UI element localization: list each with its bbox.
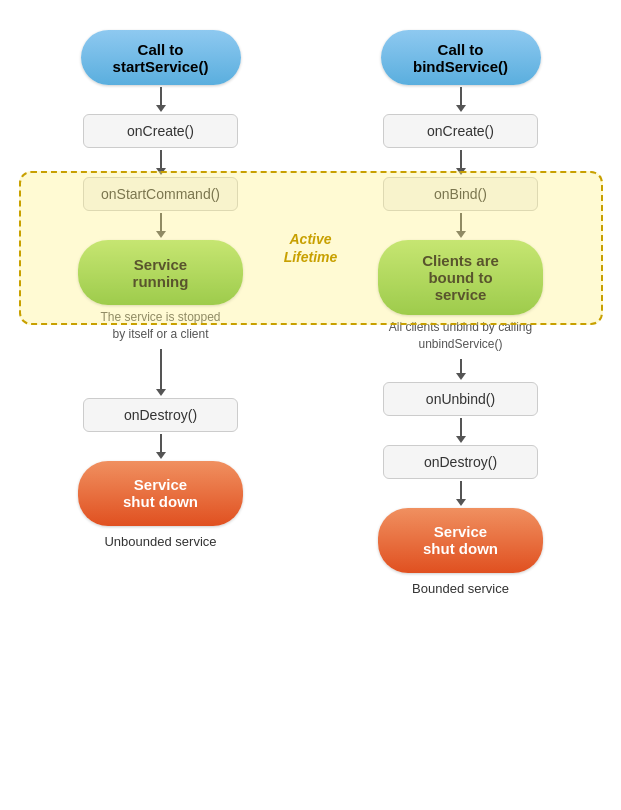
left-ondestroy: onDestroy() [83,398,238,432]
diagram-container: ActiveLifetime Call tostartService() onC… [11,20,611,596]
arrow-1-right [456,87,466,112]
right-oncreate: onCreate() [383,114,538,148]
right-onbind: onBind() [383,177,538,211]
two-columns: ActiveLifetime Call tostartService() onC… [11,30,611,596]
right-top-node: Call tobindService() [381,30,541,85]
right-onunbind: onUnbind() [383,382,538,416]
left-column: Call tostartService() onCreate() onStart… [51,30,271,549]
arrow-3-left [156,213,166,238]
right-column: Call tobindService() onCreate() onBind() [351,30,571,596]
right-desc: All clients unbind by callingunbindServi… [376,319,546,353]
arrow-2-left [156,150,166,175]
left-desc: The service is stoppedby itself or a cli… [76,309,246,343]
arrow-2-right [456,150,466,175]
left-footer-label: Unbounded service [104,534,216,549]
arrow-4-left [156,349,166,396]
arrow-1-left [156,87,166,112]
right-footer-label: Bounded service [412,581,509,596]
arrow-5-right [456,418,466,443]
right-service-shutdown: Serviceshut down [378,508,543,573]
right-ondestroy: onDestroy() [383,445,538,479]
left-service-shutdown: Serviceshut down [78,461,243,526]
active-lifetime-label: ActiveLifetime [284,230,338,266]
arrow-5-left [156,434,166,459]
left-oncreate: onCreate() [83,114,238,148]
left-onstartcommand: onStartCommand() [83,177,238,211]
arrow-6-right [456,481,466,506]
left-service-running: Servicerunning [78,240,243,305]
arrow-3-right [456,213,466,238]
right-clients-bound: Clients arebound toservice [378,240,543,315]
arrow-4-right [456,359,466,380]
left-top-node: Call tostartService() [81,30,241,85]
